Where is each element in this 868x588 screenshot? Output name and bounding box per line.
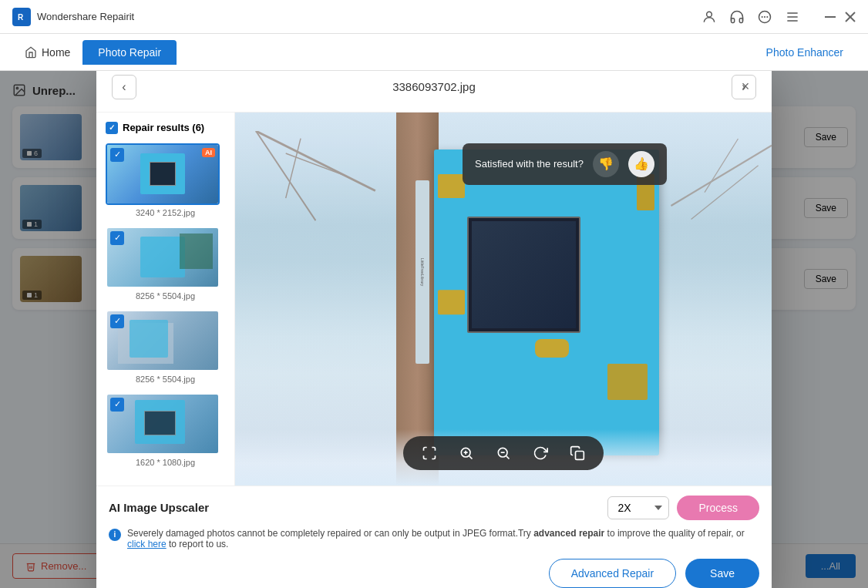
modal-dialog: ‹ 3386093702.jpg › × ✓ Repair results (6… <box>96 71 772 588</box>
nav-home-label: Home <box>42 46 70 59</box>
thumb-label-4: 1620 * 1080.jpg <box>106 458 225 467</box>
upscaler-controls: 2X 1X 4X Process <box>607 496 759 520</box>
thumbnail-1[interactable]: ✓ AI <box>106 143 220 205</box>
svg-point-2 <box>707 12 712 17</box>
svg-line-16 <box>256 131 315 220</box>
info-text-after: to report to us. <box>167 539 229 549</box>
nav-bar: Home Photo Repair Photo Enhancer <box>0 34 868 71</box>
info-text-middle: to improve the quality of repair, or <box>604 528 744 539</box>
process-button[interactable]: Process <box>677 496 759 520</box>
zoom-in-button[interactable] <box>456 442 477 464</box>
info-text-before: Severely damaged photos cannot be comple… <box>127 528 533 539</box>
minimize-button[interactable] <box>825 12 836 22</box>
modal-close-button[interactable]: × <box>735 76 756 98</box>
nav-tab-photo-repair[interactable]: Photo Repair <box>82 40 177 65</box>
click-here-link[interactable]: click here <box>127 539 167 549</box>
image-toolbar <box>403 436 604 470</box>
chat-icon[interactable] <box>757 9 772 25</box>
thumb-label-3: 8256 * 5504.jpg <box>106 375 225 384</box>
app-title: Wondershare Repairit <box>37 11 134 22</box>
info-text: Severely damaged photos cannot be comple… <box>127 528 759 549</box>
app-window: R Wondershare Repairit <box>0 0 868 588</box>
fullscreen-button[interactable] <box>419 442 440 464</box>
image-viewport: LittleFreeLibrary <box>235 113 772 486</box>
dislike-button[interactable]: 👎 <box>593 151 619 177</box>
modal-sidebar: ✓ Repair results (6) ✓ <box>96 113 235 486</box>
repair-results-header: ✓ Repair results (6) <box>106 122 225 134</box>
repair-results-label: Repair results (6) <box>123 122 204 133</box>
close-button[interactable] <box>845 12 856 22</box>
modal-header: ‹ 3386093702.jpg › × <box>96 71 772 113</box>
thumbnail-2[interactable]: ✓ <box>106 227 220 288</box>
thumb-check-1: ✓ <box>110 148 124 162</box>
like-button[interactable]: 👍 <box>628 151 654 177</box>
svg-line-27 <box>506 455 510 459</box>
thumb-check-2: ✓ <box>110 231 124 245</box>
main-content: Unrep... 6 Save <box>0 71 868 588</box>
prev-button[interactable]: ‹ <box>112 75 136 99</box>
title-bar: R Wondershare Repairit <box>0 0 868 34</box>
zoom-out-button[interactable] <box>493 442 514 464</box>
svg-line-15 <box>256 131 375 190</box>
menu-icon[interactable] <box>785 9 800 25</box>
save-button[interactable]: Save <box>685 559 759 588</box>
info-icon: i <box>109 529 121 541</box>
modal-overlay: ‹ 3386093702.jpg › × ✓ Repair results (6… <box>0 71 868 588</box>
thumbnail-3[interactable]: ✓ <box>106 310 220 371</box>
modal-bottom: AI Image Upscaler 2X 1X 4X Process i <box>96 486 772 589</box>
satisfied-tooltip: Satisfied with the result? 👎 👍 <box>463 143 667 185</box>
list-item: ✓ 8256 * 5504.jpg <box>106 310 225 384</box>
upscaler-row: AI Image Upscaler 2X 1X 4X Process <box>109 496 759 520</box>
list-item: ✓ 1620 * 1080.jpg <box>106 393 225 467</box>
list-item: ✓ AI 3240 * 2152.jpg <box>106 143 225 217</box>
title-bar-left: R Wondershare Repairit <box>12 8 134 26</box>
action-row: Advanced Repair Save <box>109 559 759 588</box>
ai-badge-1: AI <box>202 148 215 157</box>
rotate-button[interactable] <box>530 442 551 464</box>
thumb-check-4: ✓ <box>110 398 124 412</box>
svg-rect-7 <box>825 16 836 18</box>
account-icon[interactable] <box>701 9 717 25</box>
modal-body: ✓ Repair results (6) ✓ <box>96 113 772 486</box>
modal-filename: 3386093702.jpg <box>146 80 722 93</box>
copy-button[interactable] <box>567 442 588 464</box>
info-row: i Severely damaged photos cannot be comp… <box>109 528 759 549</box>
svg-rect-29 <box>576 451 584 459</box>
list-item: ✓ 8256 * 5504.jpg <box>106 227 225 301</box>
svg-line-19 <box>671 145 772 205</box>
advanced-repair-button[interactable]: Advanced Repair <box>549 559 676 588</box>
headphone-icon[interactable] <box>729 9 745 25</box>
zoom-select[interactable]: 2X 1X 4X <box>607 496 669 519</box>
thumb-label-2: 8256 * 5504.jpg <box>106 291 225 301</box>
svg-line-23 <box>469 455 473 459</box>
select-all-checkbox[interactable]: ✓ <box>106 122 118 134</box>
info-bold-text: advanced repair <box>533 528 604 539</box>
window-controls <box>825 12 856 22</box>
upscaler-label: AI Image Upscaler <box>109 501 209 514</box>
app-icon: R <box>12 8 31 26</box>
thumb-check-3: ✓ <box>110 314 124 328</box>
svg-text:R: R <box>18 13 24 22</box>
photo-enhancer-button[interactable]: Photo Enhancer <box>754 40 856 65</box>
title-bar-icons <box>701 9 856 25</box>
thumb-label-1: 3240 * 2152.jpg <box>106 208 225 217</box>
nav-home-button[interactable]: Home <box>12 40 82 65</box>
thumbnail-4[interactable]: ✓ <box>106 393 220 455</box>
svg-line-20 <box>705 139 738 193</box>
modal-image-area: LittleFreeLibrary <box>235 113 772 486</box>
satisfied-text: Satisfied with the result? <box>475 158 584 170</box>
